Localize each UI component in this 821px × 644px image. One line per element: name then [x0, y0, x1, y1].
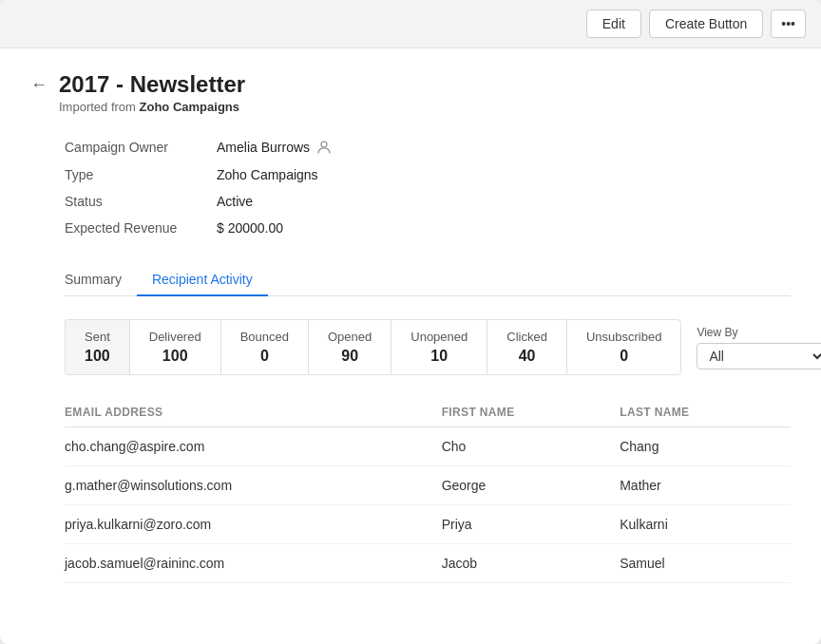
stat-unopened: Unopened 10 [391, 319, 487, 375]
stat-unsubscribed-value: 0 [620, 348, 628, 365]
field-expected-revenue: Expected Revenue $ 20000.00 [65, 215, 791, 241]
field-label-type: Type [65, 167, 217, 182]
col-email: EMAIL ADDRESS [65, 398, 442, 427]
stat-delivered-value: 100 [162, 348, 188, 365]
stat-unopened-value: 10 [430, 348, 448, 365]
stat-clicked-value: 40 [519, 348, 536, 365]
page-subtitle: Imported from Zoho Campaigns [59, 100, 245, 114]
stat-clicked-label: Clicked [506, 330, 547, 344]
table-row: priya.kulkarni@zoro.com Priya Kulkarni [65, 505, 791, 544]
cell-last-name: Samuel [620, 544, 791, 583]
svg-point-0 [321, 142, 327, 147]
stat-bounced-value: 0 [260, 348, 269, 365]
stat-sent-value: 100 [85, 348, 110, 365]
field-label-status: Status [65, 194, 217, 209]
cell-email: jacob.samuel@raininc.com [65, 544, 442, 583]
stat-opened: Opened 90 [308, 319, 391, 375]
page-title: 2017 - Newsletter [59, 71, 245, 98]
cell-first-name: Jacob [442, 544, 621, 583]
cell-last-name: Mather [620, 466, 791, 505]
more-options-button[interactable]: ••• [771, 9, 806, 38]
stat-unopened-label: Unopened [410, 330, 468, 344]
tabs: Summary Recipient Activity [65, 264, 791, 296]
table-row: g.mather@winsolutions.com George Mather [65, 466, 791, 505]
stat-unsubscribed-label: Unsubscribed [586, 330, 662, 344]
recipients-table: EMAIL ADDRESS FIRST NAME LAST NAME cho.c… [65, 398, 791, 583]
cell-email: g.mather@winsolutions.com [65, 466, 442, 505]
cell-first-name: Cho [442, 427, 621, 466]
field-value-campaign-owner: Amelia Burrows [217, 139, 333, 156]
title-section: 2017 - Newsletter Imported from Zoho Cam… [59, 71, 245, 114]
page-header: ← 2017 - Newsletter Imported from Zoho C… [30, 71, 791, 114]
cell-email: priya.kulkarni@zoro.com [65, 505, 442, 544]
tab-recipient-activity[interactable]: Recipient Activity [137, 264, 268, 296]
cell-last-name: Kulkarni [620, 505, 791, 544]
table-row: jacob.samuel@raininc.com Jacob Samuel [65, 544, 791, 583]
stats-row: Sent 100 Delivered 100 Bounced 0 Opened … [65, 319, 681, 375]
edit-button[interactable]: Edit [586, 9, 641, 38]
stat-delivered: Delivered 100 [129, 319, 220, 375]
view-by-label: View By [697, 326, 821, 339]
field-status: Status Active [65, 188, 791, 215]
stat-sent-label: Sent [85, 330, 110, 344]
stat-delivered-label: Delivered [149, 330, 201, 344]
cell-last-name: Chang [620, 427, 791, 466]
col-first-name: FIRST NAME [442, 398, 621, 427]
stat-unsubscribed: Unsubscribed 0 [566, 319, 682, 375]
back-arrow-icon[interactable]: ← [30, 75, 48, 95]
toolbar: Edit Create Button ••• [0, 0, 821, 48]
tab-summary[interactable]: Summary [65, 264, 137, 296]
fields-section: Campaign Owner Amelia Burrows Type Zoho … [65, 133, 791, 241]
field-value-type: Zoho Campaigns [217, 167, 318, 182]
stat-bounced: Bounced 0 [220, 319, 308, 375]
stat-bounced-label: Bounced [240, 330, 289, 344]
stat-opened-value: 90 [341, 348, 358, 365]
main-window: Edit Create Button ••• ← 2017 - Newslett… [0, 0, 821, 644]
stat-clicked: Clicked 40 [487, 319, 566, 375]
table-section: EMAIL ADDRESS FIRST NAME LAST NAME cho.c… [65, 398, 791, 583]
stat-sent: Sent 100 [65, 319, 129, 375]
field-label-expected-revenue: Expected Revenue [65, 220, 217, 236]
field-value-status: Active [217, 194, 253, 209]
create-button[interactable]: Create Button [649, 9, 763, 38]
col-last-name: LAST NAME [620, 398, 791, 427]
content-area: ← 2017 - Newsletter Imported from Zoho C… [0, 48, 821, 644]
stat-opened-label: Opened [328, 330, 372, 344]
cell-email: cho.chang@aspire.com [65, 427, 442, 466]
field-type: Type Zoho Campaigns [65, 161, 791, 188]
field-campaign-owner: Campaign Owner Amelia Burrows [65, 133, 791, 161]
cell-first-name: George [442, 466, 621, 505]
field-label-campaign-owner: Campaign Owner [65, 140, 217, 155]
user-icon [315, 139, 333, 156]
view-by-select[interactable]: All Opened Clicked Bounced Unsubscribed [697, 343, 821, 369]
table-row: cho.chang@aspire.com Cho Chang [65, 427, 791, 466]
view-by-section: View By All Opened Clicked Bounced Unsub… [697, 326, 821, 369]
field-value-expected-revenue: $ 20000.00 [217, 220, 283, 236]
cell-first-name: Priya [442, 505, 621, 544]
